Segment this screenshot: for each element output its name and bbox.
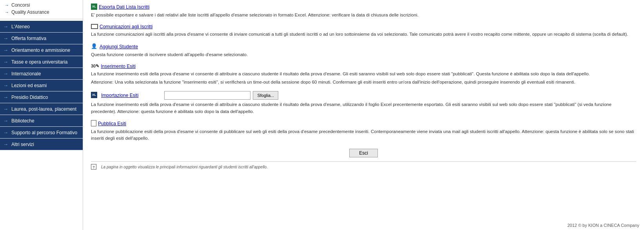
desc-aggiungi: Questa funzione consente di iscrivere st…	[91, 51, 636, 58]
arrow-icon: →	[5, 10, 9, 15]
nav-arrow-icon: →	[3, 141, 8, 147]
sidebar-label-concorsi: Concorsi	[11, 2, 30, 8]
nav-arrow-icon: →	[3, 106, 8, 112]
section-importazione: XL Importazione Esiti Sfoglia... La funz…	[91, 91, 636, 115]
nav-label: L'Ateneo	[11, 24, 30, 29]
sidebar-item-lezioni[interactable]: → Lezioni ed esami	[0, 80, 83, 91]
sidebar: → Concorsi → Quality Assurance → L'Atene…	[0, 0, 83, 230]
sidebar-label-quality: Quality Assurance	[11, 9, 49, 15]
link-importazione[interactable]: Importazione Esiti	[101, 93, 138, 98]
importazione-row: XL Importazione Esiti Sfoglia...	[91, 91, 636, 100]
sfoglia-button[interactable]: Sfoglia...	[253, 91, 278, 100]
link-aggiungi[interactable]: Aggiungi Studente	[100, 44, 138, 49]
mail-icon	[91, 24, 98, 29]
nav-label: Offerta formativa	[11, 36, 46, 41]
section-inserimento: 30✎ Inserimento Esiti La funzione inseri…	[91, 64, 636, 86]
sidebar-item-biblioteche[interactable]: → Biblioteche	[0, 115, 83, 127]
nav-label: Supporto al percorso Formativo	[11, 130, 77, 135]
nav-arrow-icon: →	[3, 94, 8, 100]
esci-row: Esci	[91, 149, 636, 157]
nav-arrow-icon: →	[3, 71, 8, 77]
section-comunicazioni: Comunicazioni agli Iscritti La funzione …	[91, 24, 636, 38]
nav-arrow-icon: →	[3, 35, 8, 41]
sidebar-item-supporto[interactable]: → Supporto al percorso Formativo	[0, 127, 83, 139]
section-aggiungi: 👤 Aggiungi Studente Questa funzione cons…	[91, 44, 636, 58]
nav-label: Altri servizi	[11, 142, 34, 147]
sidebar-item-internazionale[interactable]: → Internazionale	[0, 68, 83, 80]
section-pubblica: Pubblica Esiti La funzione pubblicazione…	[91, 120, 636, 142]
sidebar-item-orientamento[interactable]: → Orientamento e ammissione	[0, 44, 83, 56]
desc-pubblica: La funzione pubblicazione esiti della pr…	[91, 128, 636, 142]
desc-comunicazioni: La funzione comunicazioni agli iscritti …	[91, 31, 636, 38]
sidebar-top: → Concorsi → Quality Assurance	[0, 0, 83, 17]
nav-label: Tasse e opera universitaria	[11, 59, 67, 65]
doc-icon	[91, 120, 96, 126]
footer-note: ? La pagina in oggetto visualizza le pri…	[91, 161, 636, 170]
sidebar-item-concorsi[interactable]: → Concorsi	[3, 2, 80, 9]
sidebar-item-tasse[interactable]: → Tasse e opera universitaria	[0, 56, 83, 68]
esci-button[interactable]: Esci	[349, 149, 378, 157]
desc-esporta: E' possibile esportare e salvare i dati …	[91, 12, 636, 18]
sidebar-item-presidio[interactable]: → Presidio Didattico	[0, 91, 83, 103]
nav-arrow-icon: →	[3, 130, 8, 135]
desc-inserimento-2: Attenzione: Una volta selezionata la fun…	[91, 79, 636, 86]
nav-label: Orientamento e ammissione	[11, 47, 70, 53]
nav-label: Internazionale	[11, 71, 41, 77]
nav-arrow-icon: →	[3, 59, 8, 65]
nav-arrow-icon: →	[3, 82, 8, 88]
desc-importazione: La funzione inserimento esiti della prov…	[91, 101, 636, 115]
section-esporta: XL Esporta Dati Lista Iscritti E' possib…	[91, 4, 636, 18]
footer-text: La pagina in oggetto visualizza le princ…	[101, 165, 268, 169]
sidebar-divider	[0, 19, 83, 19]
nav-label: Presidio Didattico	[11, 95, 48, 100]
link-pubblica[interactable]: Pubblica Esiti	[98, 121, 126, 126]
sidebar-item-laurea[interactable]: → Laurea, post-laurea, placement	[0, 103, 83, 115]
copyright: 2012 © by KION a CINECA Company	[567, 223, 639, 228]
question-icon: ?	[91, 164, 96, 170]
main-content: XL Esporta Dati Lista Iscritti E' possib…	[83, 0, 644, 230]
sidebar-item-offerta[interactable]: → Offerta formativa	[0, 33, 83, 44]
number-icon: 30✎	[91, 64, 99, 69]
sidebar-item-altri[interactable]: → Altri servizi	[0, 139, 83, 150]
excel-icon: XL	[91, 4, 97, 10]
person-add-icon: 👤	[91, 43, 98, 49]
link-inserimento[interactable]: Inserimento Esiti	[101, 64, 136, 69]
nav-arrow-icon: →	[3, 118, 8, 124]
link-esporta[interactable]: Esporta Dati Lista Iscritti	[99, 4, 149, 10]
arrow-icon: →	[5, 3, 9, 7]
desc-inserimento-1: La funzione inserimento esiti della prov…	[91, 71, 636, 77]
import-file-input[interactable]	[164, 91, 250, 100]
link-comunicazioni[interactable]: Comunicazioni agli Iscritti	[100, 24, 152, 29]
nav-label: Laurea, post-laurea, placement	[11, 106, 76, 112]
nav-label: Lezioni ed esami	[11, 83, 47, 88]
sidebar-item-quality[interactable]: → Quality Assurance	[3, 9, 80, 16]
nav-label: Biblioteche	[11, 118, 34, 124]
sidebar-item-ateneo[interactable]: → L'Ateneo	[0, 21, 83, 33]
nav-arrow-icon: →	[3, 47, 8, 53]
import-icon: XL	[91, 92, 97, 98]
nav-arrow-icon: →	[3, 24, 8, 29]
